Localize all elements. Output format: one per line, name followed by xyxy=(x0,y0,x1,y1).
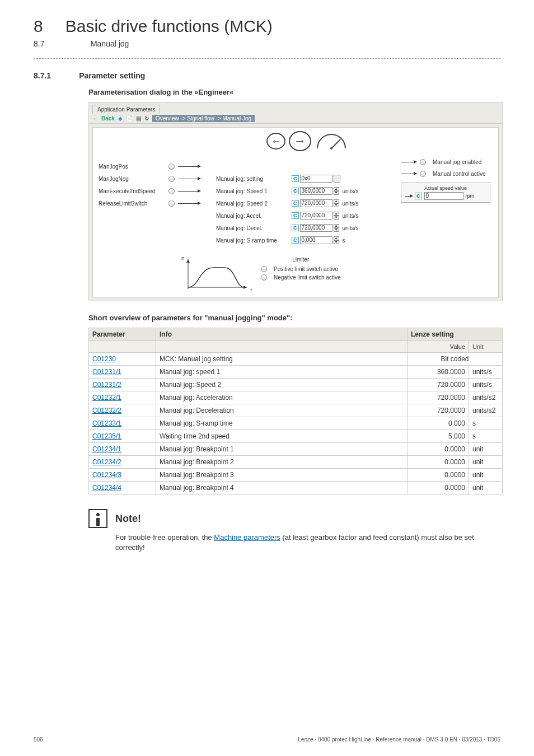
param-input[interactable]: 360,0000 xyxy=(300,187,332,195)
toolbar-list-icon[interactable]: ▤ xyxy=(136,115,141,122)
param-cell: C01230 xyxy=(89,353,156,366)
param-unit: units/s xyxy=(343,213,359,219)
limiter-neg-label: Negative limit switch active xyxy=(274,274,340,281)
unit-cell: s xyxy=(469,417,503,430)
table-row: C01231/2Manual jog: Speed 2720.0000units… xyxy=(89,379,503,391)
dial-icon xyxy=(315,132,348,151)
param-link[interactable]: C01232/2 xyxy=(92,407,121,414)
actual-speed-box: Actual speed value C 0 rpm xyxy=(401,183,490,203)
toolbar-refresh-icon[interactable]: ↻ xyxy=(144,115,149,122)
jog-right-icon: → xyxy=(289,131,311,151)
value-cell: Bit coded xyxy=(407,353,503,366)
led-icon xyxy=(420,171,426,177)
toolbar-doc-icon[interactable]: 📄 xyxy=(126,115,133,122)
param-link[interactable]: C01234/1 xyxy=(92,445,121,453)
c-badge-icon: C xyxy=(415,193,422,199)
table-row: C01232/2Manual jog: Deceleration720.0000… xyxy=(89,404,503,417)
signal-row: Manual jog: Accel. C 720,0000 ▲▼ units/s xyxy=(99,209,493,222)
back-arrow-icon[interactable]: ← xyxy=(92,115,98,122)
signal-arrow-icon xyxy=(178,179,200,179)
dialog-heading: Parameterisation dialog in the »Engineer… xyxy=(88,88,500,96)
param-dropdown-button[interactable]: … xyxy=(334,175,340,183)
toolbar-nav-icon[interactable]: ◆ xyxy=(118,115,123,122)
param-input[interactable]: 720,0000 xyxy=(300,212,332,220)
divider xyxy=(34,58,500,59)
c-badge-icon: C xyxy=(292,188,299,194)
param-link[interactable]: C01234/3 xyxy=(92,471,121,479)
c-badge-icon: C xyxy=(292,212,299,219)
table-row: C01231/1Manual jog: speed 1360.0000units… xyxy=(89,366,503,379)
back-button[interactable]: Back xyxy=(101,115,115,122)
param-link[interactable]: C01230 xyxy=(92,355,116,363)
note-text-before: For trouble-free operation, the xyxy=(115,533,214,542)
info-cell: Manual jog: speed 1 xyxy=(156,366,407,379)
param-cell: C01232/1 xyxy=(89,391,156,404)
unit-cell: units/s2 xyxy=(469,391,503,404)
param-unit: units/s xyxy=(343,200,359,207)
unit-cell: units/s2 xyxy=(469,404,503,417)
led-icon xyxy=(168,188,175,194)
param-link[interactable]: C01234/4 xyxy=(92,484,121,492)
c-badge-icon: C xyxy=(292,225,299,231)
param-label: Manual jog: Speed 2 xyxy=(216,200,292,207)
info-cell: Manual jog: S-ramp time xyxy=(156,417,407,430)
info-icon xyxy=(88,509,107,528)
tab-application-parameters[interactable]: Application Parameters xyxy=(92,105,160,114)
param-unit: units/s xyxy=(343,188,359,194)
limiter-row: Positive limit switch active xyxy=(261,266,340,272)
param-spinner[interactable]: ▲▼ xyxy=(334,212,339,220)
parameters-table: Parameter Info Lenze setting Value Unit … xyxy=(88,328,503,494)
output-label: Manual control active xyxy=(433,171,486,177)
breadcrumb: Overview -> Signal flow -> Manual Jog xyxy=(152,115,255,122)
param-input[interactable]: 0,000 xyxy=(300,236,332,244)
param-spinner[interactable]: ▲▼ xyxy=(334,199,339,207)
param-spinner[interactable]: ▲▼ xyxy=(334,187,339,195)
section-title: Parameter setting xyxy=(79,71,145,80)
unit-cell: unit xyxy=(469,482,503,494)
info-cell: Manual jog: Breakpoint 2 xyxy=(156,456,407,469)
param-link[interactable]: C01231/1 xyxy=(92,368,121,376)
chapter-title: Basic drive functions (MCK) xyxy=(65,17,273,36)
engineer-dialog: Application Parameters ← Back ◆ 📄 ▤ ↻ Ov… xyxy=(88,102,503,301)
param-link[interactable]: C01233/1 xyxy=(92,419,121,427)
signal-arrow-icon xyxy=(178,191,200,192)
output-row: Manual jog enabled xyxy=(401,159,490,165)
param-link[interactable]: C01234/2 xyxy=(92,458,121,466)
value-cell: 0.000 xyxy=(407,417,469,430)
page-number: 506 xyxy=(34,736,43,743)
param-field: C 720,0000 ▲▼ units/s xyxy=(292,224,358,232)
param-link[interactable]: C01231/2 xyxy=(92,381,121,389)
param-cell: C01233/1 xyxy=(89,417,156,430)
value-cell: 0.0000 xyxy=(407,469,469,482)
table-row: C01234/3Manual jog: Breakpoint 30.0000un… xyxy=(89,469,503,482)
limiter-title: Limiter xyxy=(261,256,340,263)
value-cell: 720.0000 xyxy=(407,391,469,404)
param-input[interactable]: 720,0000 xyxy=(300,199,332,207)
actual-speed-label: Actual speed value xyxy=(405,185,486,191)
param-link[interactable]: C01232/1 xyxy=(92,394,121,402)
engineer-toolbar: ← Back ◆ 📄 ▤ ↻ Overview -> Signal flow -… xyxy=(89,114,502,124)
led-icon xyxy=(420,159,426,165)
led-icon xyxy=(168,200,175,207)
table-row: C01230MCK: Manual jog settingBit coded xyxy=(89,353,503,366)
unit-cell: units/s xyxy=(469,379,503,391)
param-cell: C01231/2 xyxy=(89,379,156,391)
footer-info: Lenze · 8400 protec HighLine · Reference… xyxy=(298,736,500,743)
info-cell: Waiting time 2nd speed xyxy=(156,430,407,443)
section-header: 8.7.1 Parameter setting xyxy=(34,71,500,80)
param-cell: C01234/2 xyxy=(89,456,156,469)
signal-arrow-icon xyxy=(178,166,200,167)
param-spinner[interactable]: ▲▼ xyxy=(334,224,339,232)
value-cell: 0.0000 xyxy=(407,482,469,494)
value-cell: 0.0000 xyxy=(407,456,469,469)
param-input[interactable]: 720,0000 xyxy=(300,224,332,232)
param-spinner[interactable]: ▲▼ xyxy=(334,236,339,244)
svg-line-0 xyxy=(331,139,340,148)
output-arrow-icon xyxy=(401,162,416,162)
jog-left-icon: ← xyxy=(266,133,285,150)
th-unit: Unit xyxy=(469,341,503,353)
param-link[interactable]: C01235/1 xyxy=(92,432,121,440)
value-cell: 720.0000 xyxy=(407,404,469,417)
param-input[interactable]: 0x0 xyxy=(300,175,332,183)
machine-parameters-link[interactable]: Machine parameters xyxy=(214,533,280,542)
